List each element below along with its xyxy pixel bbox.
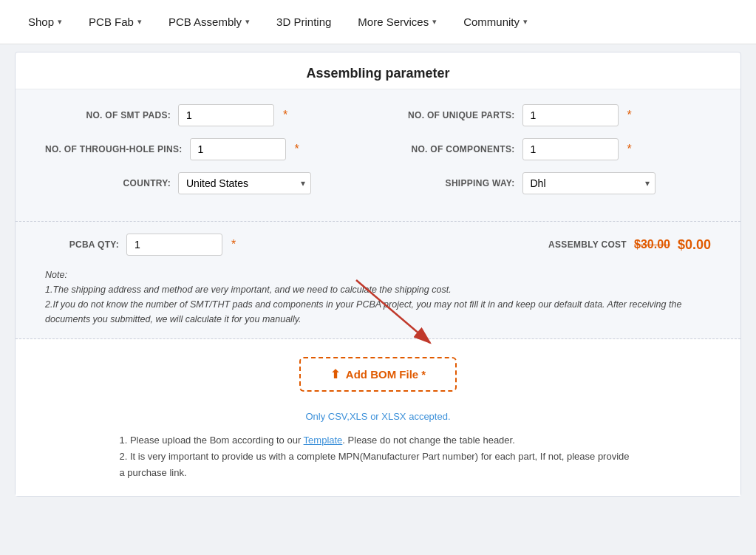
smt-pads-required: * xyxy=(283,109,287,122)
file-types-text: Only CSV,XLS or XLSX accepted. xyxy=(30,411,726,422)
smt-pads-label: NO. OF SMT PADS: xyxy=(45,110,171,120)
nav-pcb-assembly-label: PCB Assembly xyxy=(168,16,242,28)
through-hole-required: * xyxy=(295,143,299,156)
template-link[interactable]: Template xyxy=(304,435,343,446)
components-label: NO. OF COMPONENTS: xyxy=(389,144,515,154)
country-group: COUNTRY: United States China Germany Uni… xyxy=(45,172,367,194)
through-hole-label: NO. OF THROUGH-HOLE PINS: xyxy=(45,144,183,154)
unique-parts-label: NO. OF UNIQUE PARTS: xyxy=(389,110,515,120)
note-section: Note: 1.The shipping address and method … xyxy=(45,265,711,330)
unique-parts-group: NO. OF UNIQUE PARTS: * xyxy=(389,104,712,126)
nav-more-services[interactable]: More Services ▾ xyxy=(344,0,450,44)
nav-pcb-assembly-chevron: ▾ xyxy=(245,17,250,27)
main-content: Assembling parameter NO. OF SMT PADS: * … xyxy=(0,44,756,519)
nav-shop-label: Shop xyxy=(28,16,54,28)
assembling-card: Assembling parameter NO. OF SMT PADS: * … xyxy=(15,52,741,497)
shipping-select-wrapper: Dhl FedEx UPS ▾ xyxy=(522,172,655,194)
nav-3d-printing-label: 3D Printing xyxy=(276,16,331,28)
upload-icon: ⬆ xyxy=(330,367,340,381)
assembly-cost-label: ASSEMBLY COST xyxy=(548,239,627,250)
nav-community-label: Community xyxy=(463,16,520,28)
instruction-1-suffix: . Please do not change the table header. xyxy=(342,435,514,446)
qty-section: PCBA QTY: * ASSEMBLY COST $30.00 $0.00 N… xyxy=(16,222,740,339)
pcba-qty-required: * xyxy=(231,238,236,251)
through-hole-input[interactable] xyxy=(190,138,286,160)
components-input[interactable] xyxy=(522,138,619,160)
assembly-cost-group: ASSEMBLY COST $30.00 $0.00 xyxy=(548,237,711,253)
section-title: Assembling parameter xyxy=(16,52,740,89)
nav-shop[interactable]: Shop ▾ xyxy=(15,0,75,44)
country-select[interactable]: United States China Germany United Kingd… xyxy=(178,172,311,194)
add-bom-wrapper: ⬆ Add BOM File * xyxy=(30,357,726,401)
add-bom-label: Add BOM File * xyxy=(346,368,426,381)
form-row-3: COUNTRY: United States China Germany Uni… xyxy=(45,172,711,194)
form-row-1: NO. OF SMT PADS: * NO. OF UNIQUE PARTS: … xyxy=(45,104,711,126)
navbar: Shop ▾ PCB Fab ▾ PCB Assembly ▾ 3D Print… xyxy=(0,0,756,44)
unique-parts-input[interactable] xyxy=(522,104,619,126)
sale-price: $0.00 xyxy=(678,237,711,253)
instruction-2: 2. It is very important to provide us wi… xyxy=(120,449,637,481)
form-section: NO. OF SMT PADS: * NO. OF UNIQUE PARTS: … xyxy=(16,89,740,222)
through-hole-group: NO. OF THROUGH-HOLE PINS: * xyxy=(45,138,367,160)
components-group: NO. OF COMPONENTS: * xyxy=(389,138,712,160)
form-row-2: NO. OF THROUGH-HOLE PINS: * NO. OF COMPO… xyxy=(45,138,711,160)
add-bom-button[interactable]: ⬆ Add BOM File * xyxy=(299,357,457,392)
country-select-wrapper: United States China Germany United Kingd… xyxy=(178,172,311,194)
nav-3d-printing[interactable]: 3D Printing xyxy=(263,0,344,44)
note-line1: 1.The shipping address and method are ve… xyxy=(45,282,711,297)
shipping-group: SHIPPING WAY: Dhl FedEx UPS ▾ xyxy=(389,172,712,194)
original-price: $30.00 xyxy=(634,238,670,251)
instruction-1-prefix: 1. Please upload the Bom according to ou… xyxy=(120,435,304,446)
nav-more-services-chevron: ▾ xyxy=(432,17,437,27)
nav-pcb-fab[interactable]: PCB Fab ▾ xyxy=(75,0,155,44)
shipping-select[interactable]: Dhl FedEx UPS xyxy=(522,172,655,194)
country-label: COUNTRY: xyxy=(45,178,171,188)
smt-pads-group: NO. OF SMT PADS: * xyxy=(45,104,367,126)
nav-pcb-fab-label: PCB Fab xyxy=(89,16,134,28)
components-required: * xyxy=(627,143,632,156)
pcba-qty-group: PCBA QTY: * xyxy=(45,234,236,256)
pcba-qty-input[interactable] xyxy=(126,234,222,256)
nav-shop-chevron: ▾ xyxy=(58,17,62,27)
nav-pcb-fab-chevron: ▾ xyxy=(137,17,142,27)
nav-pcb-assembly[interactable]: PCB Assembly ▾ xyxy=(155,0,263,44)
bom-section: ⬆ Add BOM File * Only CSV,XLS or XLSX ac… xyxy=(16,339,740,496)
nav-community[interactable]: Community ▾ xyxy=(450,0,541,44)
pcba-qty-label: PCBA QTY: xyxy=(45,239,119,250)
nav-more-services-label: More Services xyxy=(358,16,429,28)
instructions: 1. Please upload the Bom according to ou… xyxy=(120,432,637,481)
instruction-1: 1. Please upload the Bom according to ou… xyxy=(120,432,637,449)
note-line2: 2.If you do not know the number of SMT/T… xyxy=(45,297,711,327)
unique-parts-required: * xyxy=(627,109,632,122)
shipping-label: SHIPPING WAY: xyxy=(389,178,515,188)
note-title: Note: xyxy=(45,268,711,282)
smt-pads-input[interactable] xyxy=(178,104,274,126)
qty-row: PCBA QTY: * ASSEMBLY COST $30.00 $0.00 xyxy=(45,234,711,256)
nav-community-chevron: ▾ xyxy=(523,17,528,27)
